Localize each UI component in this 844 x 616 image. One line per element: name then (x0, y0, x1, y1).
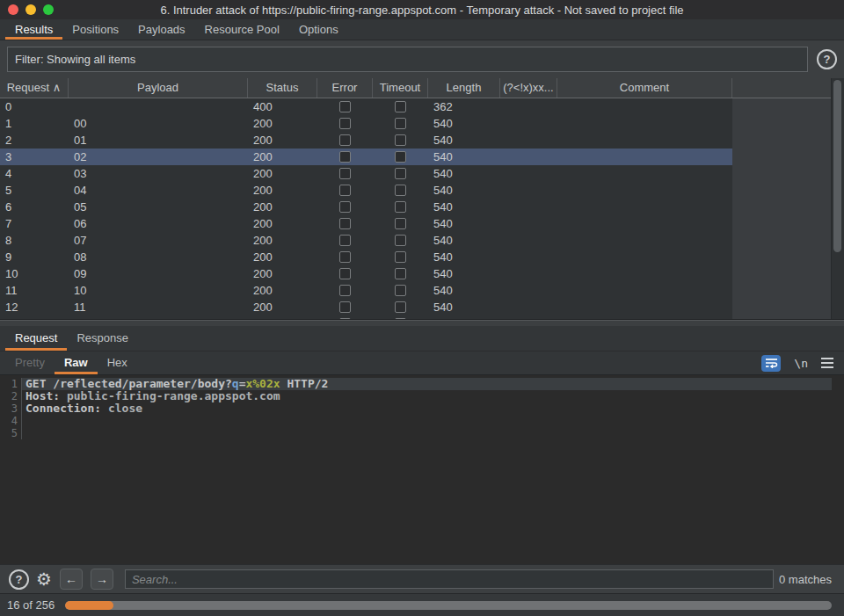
error-checkbox[interactable] (339, 151, 351, 163)
main-tab-results[interactable]: Results (5, 19, 62, 40)
column-header-timeout[interactable]: Timeout (373, 78, 428, 98)
cell-timeout (373, 199, 428, 215)
timeout-checkbox[interactable] (395, 201, 406, 213)
timeout-checkbox[interactable] (395, 285, 406, 296)
error-checkbox[interactable] (339, 101, 351, 112)
table-row[interactable]: 302200540 (0, 149, 831, 165)
error-checkbox[interactable] (339, 134, 351, 146)
window-controls (8, 4, 54, 15)
main-tab-payloads[interactable]: Payloads (128, 19, 194, 40)
timeout-checkbox[interactable] (395, 151, 406, 163)
timeout-checkbox[interactable] (395, 118, 406, 129)
view-tab-hex[interactable]: Hex (98, 351, 137, 374)
cell-request: 13 (0, 315, 69, 319)
view-tab-pretty[interactable]: Pretty (5, 351, 55, 374)
newline-toggle-icon[interactable]: \n (794, 357, 808, 370)
line-number: 5 (0, 427, 22, 439)
column-header-status[interactable]: Status (248, 78, 317, 98)
pane-splitter[interactable] (0, 320, 844, 326)
table-row[interactable]: 0400362 (0, 98, 831, 115)
error-checkbox[interactable] (339, 218, 351, 229)
filter-bar[interactable]: Filter: Showing all items (7, 47, 808, 72)
cell-payload: 01 (69, 132, 248, 149)
column-header-request[interactable]: Request ∧ (0, 78, 69, 98)
table-row[interactable]: 1211200540 (0, 299, 831, 315)
table-row-cells: 1110200540 (0, 282, 732, 299)
cell-regex (500, 315, 557, 319)
search-help-icon[interactable]: ? (9, 569, 29, 590)
timeout-checkbox[interactable] (395, 301, 406, 313)
menu-icon[interactable] (821, 358, 833, 368)
timeout-checkbox[interactable] (395, 251, 406, 263)
error-checkbox[interactable] (339, 118, 351, 129)
message-tab-response[interactable]: Response (67, 326, 138, 351)
error-checkbox[interactable] (339, 285, 351, 296)
timeout-checkbox[interactable] (395, 218, 406, 229)
next-match-button[interactable]: → (91, 569, 113, 590)
word-wrap-icon[interactable] (761, 355, 781, 372)
cell-payload: 07 (69, 232, 248, 249)
view-tab-raw[interactable]: Raw (55, 351, 98, 374)
table-row[interactable]: 100200540 (0, 115, 831, 132)
table-row[interactable]: 201200540 (0, 132, 831, 149)
table-row[interactable]: 605200540 (0, 199, 831, 215)
help-icon[interactable]: ? (817, 49, 837, 69)
cell-payload: 12 (69, 315, 248, 319)
cell-timeout (373, 149, 428, 165)
main-tab-options[interactable]: Options (289, 19, 348, 40)
cell-regex (500, 282, 557, 299)
column-header-regex[interactable]: (?<!x)xx... (500, 78, 557, 98)
cell-timeout (373, 249, 428, 265)
timeout-checkbox[interactable] (395, 168, 406, 179)
table-row-filler (732, 115, 831, 132)
cell-length: 540 (428, 215, 500, 232)
timeout-checkbox[interactable] (395, 185, 406, 196)
table-row[interactable]: 1009200540 (0, 265, 831, 282)
error-checkbox[interactable] (339, 168, 351, 179)
message-tab-request[interactable]: Request (5, 326, 67, 351)
main-tab-resource-pool[interactable]: Resource Pool (195, 19, 289, 40)
error-checkbox[interactable] (339, 251, 351, 263)
table-row[interactable]: 1110200540 (0, 282, 831, 299)
cell-payload: 10 (69, 282, 248, 299)
code-segment: q (232, 377, 239, 390)
timeout-checkbox[interactable] (395, 268, 406, 279)
timeout-checkbox[interactable] (395, 101, 406, 112)
code-segment: GET /reflected/parameter/body? (25, 377, 232, 390)
table-row[interactable]: 1312200540 (0, 315, 831, 319)
error-checkbox[interactable] (339, 235, 351, 246)
error-checkbox[interactable] (339, 201, 351, 213)
settings-gear-icon[interactable]: ⚙ (36, 570, 52, 588)
column-header-length[interactable]: Length (428, 78, 500, 98)
column-header-error[interactable]: Error (317, 78, 373, 98)
timeout-checkbox[interactable] (395, 318, 406, 319)
vertical-scrollbar[interactable] (831, 78, 844, 319)
line-number: 3 (0, 402, 22, 415)
table-row-filler (732, 199, 831, 215)
cell-timeout (373, 115, 428, 132)
error-checkbox[interactable] (339, 268, 351, 279)
table-row[interactable]: 403200540 (0, 165, 831, 182)
table-row[interactable]: 908200540 (0, 249, 831, 265)
scrollbar-thumb[interactable] (833, 80, 841, 252)
column-header-payload[interactable]: Payload (69, 78, 248, 98)
table-row[interactable]: 504200540 (0, 182, 831, 199)
error-checkbox[interactable] (339, 185, 351, 196)
timeout-checkbox[interactable] (395, 235, 406, 246)
cell-request: 0 (0, 98, 69, 115)
column-header-comment[interactable]: Comment (557, 78, 732, 98)
cell-payload: 02 (69, 149, 248, 165)
error-checkbox[interactable] (339, 318, 351, 319)
error-checkbox[interactable] (339, 301, 351, 313)
close-window-button[interactable] (8, 4, 18, 15)
previous-match-button[interactable]: ← (60, 569, 83, 590)
timeout-checkbox[interactable] (395, 134, 406, 146)
table-row[interactable]: 706200540 (0, 215, 831, 232)
minimize-window-button[interactable] (25, 4, 36, 15)
search-input[interactable] (125, 569, 774, 589)
zoom-window-button[interactable] (43, 4, 54, 15)
request-editor[interactable]: 1GET /reflected/parameter/body?q=x%02x H… (0, 375, 844, 564)
main-tab-positions[interactable]: Positions (62, 19, 128, 40)
table-row[interactable]: 807200540 (0, 232, 831, 249)
cell-length: 540 (428, 132, 500, 149)
